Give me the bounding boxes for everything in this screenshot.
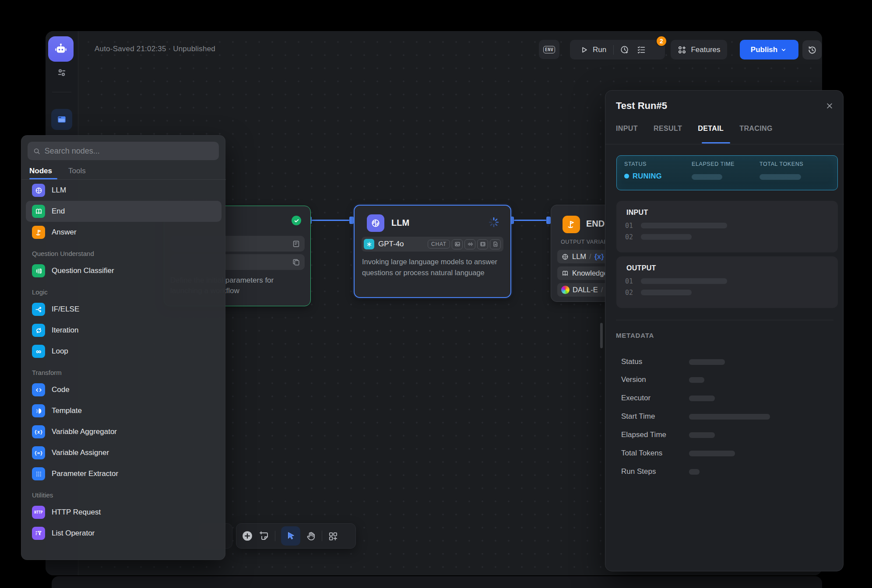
input-card: INPUT 01 02 [616,201,838,252]
toolbar-divider [275,531,275,541]
paragraph-copy-icon [292,258,300,266]
tab-tracing[interactable]: TRACING [739,125,773,133]
env-icon: ENV [543,46,556,53]
organize-layout-button[interactable] [328,531,338,541]
hand-mode-button[interactable] [306,531,316,541]
node-item-label: Template [52,406,82,415]
status-value: RUNING [633,172,662,180]
node-item-parameter-extractor[interactable]: Parameter Extractor [21,463,226,484]
edge-start-llm [312,220,349,221]
http-request-icon: HTTP [32,506,45,519]
toolbar-divider [322,531,322,541]
answer-icon [32,226,45,239]
elapsed-time-label: ELAPSED TIME [692,161,735,167]
tab-tools[interactable]: Tools [68,167,86,175]
chevron-down-icon [780,46,788,54]
tab-result[interactable]: RESULT [654,125,682,133]
end-input-handle[interactable] [546,217,551,224]
image-capability-icon [452,239,463,249]
line-number: 02 [625,233,633,241]
var-separator: / [601,286,603,294]
node-item-http-request[interactable]: HTTP HTTP Request [21,502,226,523]
env-button[interactable]: ENV [539,40,559,59]
history-icon [807,45,817,55]
play-icon[interactable] [580,46,588,54]
test-run-panel: Test Run#5 INPUT RESULT DETAIL TRACING S… [605,90,844,571]
node-item-label: Variable Assigner [52,448,109,457]
node-item-answer[interactable]: Answer [21,222,226,243]
run-history-clock-icon[interactable] [620,45,629,55]
output-heading: OUTPUT [626,264,656,272]
publish-button[interactable]: Publish [740,40,798,60]
total-tokens-label: TOTAL TOKENS [759,161,803,167]
node-item-loop[interactable]: ∞ Loop [21,341,226,362]
node-item-label: LLM [52,186,66,195]
meta-label: Elapsed Time [621,430,666,439]
meta-label: Status [621,357,642,366]
node-item-if-else[interactable]: IF/ELSE [21,299,226,320]
node-item-template[interactable]: Template [21,400,226,421]
group-header: Utilities [21,484,226,502]
node-item-label: Answer [52,228,77,237]
line-number: 02 [625,289,633,297]
end-icon [32,205,45,218]
node-item-variable-aggregator[interactable]: {x} Variable Aggregator [21,421,226,442]
text-field-icon [292,240,300,248]
status-card: STATUS ELAPSED TIME TOTAL TOKENS RUNING [616,155,838,190]
checklist-icon[interactable] [636,45,646,55]
metadata-heading: METADATA [616,332,654,339]
loop-icon: ∞ [32,345,45,358]
canvas-scrollbar-thumb[interactable] [600,323,603,348]
node-item-llm[interactable]: LLM [21,180,226,201]
add-note-button[interactable] [259,531,269,541]
llm-node[interactable]: LLM [354,205,511,298]
tab-nodes[interactable]: Nodes [29,167,52,175]
meta-label: Run Steps [621,467,656,476]
line-number: 01 [625,222,633,230]
var-separator: / [589,252,591,261]
dall-e-icon [561,286,570,294]
meta-label: Version [621,375,646,384]
chat-mode-badge: CHAT [428,240,450,248]
model-name: GPT-4o [378,240,404,248]
model-selector[interactable]: GPT-4o CHAT [362,237,503,252]
tab-detail[interactable]: DETAIL [698,125,724,133]
node-item-code[interactable]: Code [21,379,226,400]
window-icon [56,114,67,125]
pointer-mode-button[interactable] [281,526,300,546]
skeleton-bar [689,396,715,401]
features-button[interactable]: Features [671,40,727,60]
version-history-button[interactable] [802,40,822,60]
end-flag-icon [563,216,580,233]
search-icon [33,147,41,155]
run-button[interactable]: Run [593,46,606,54]
node-item-list-operator[interactable]: List Operator [21,523,226,544]
button-divider [613,45,614,55]
document-capability-icon [490,239,501,249]
input-heading: INPUT [626,209,648,217]
llm-input-handle[interactable] [349,217,354,224]
node-item-question-classifier[interactable]: Question Classifier [21,260,226,281]
tab-input[interactable]: INPUT [616,125,638,133]
llm-mini-icon [561,253,569,261]
parameter-extractor-icon [32,467,45,480]
node-item-label: Variable Aggregator [52,427,117,436]
node-item-end[interactable]: End [26,201,222,222]
features-icon [677,45,687,55]
code-icon [32,383,45,396]
group-header: Logic [21,281,226,299]
skeleton-bar [689,359,725,365]
skeleton-bar [692,174,722,180]
checklist-count-badge: 2 [656,35,667,47]
preview-panel-button[interactable] [51,109,72,130]
skeleton-bar [641,290,692,295]
panel-divider [616,320,833,320]
close-icon[interactable] [825,101,834,111]
search-input[interactable] [45,147,214,156]
node-item-label: Code [52,385,70,394]
node-item-iteration[interactable]: Iteration [21,320,226,341]
node-item-variable-assigner[interactable]: {=} Variable Assigner [21,442,226,463]
workflow-settings-icon[interactable] [56,66,68,79]
add-node-button[interactable] [242,530,253,542]
app-logo-robot-icon[interactable] [48,36,74,62]
